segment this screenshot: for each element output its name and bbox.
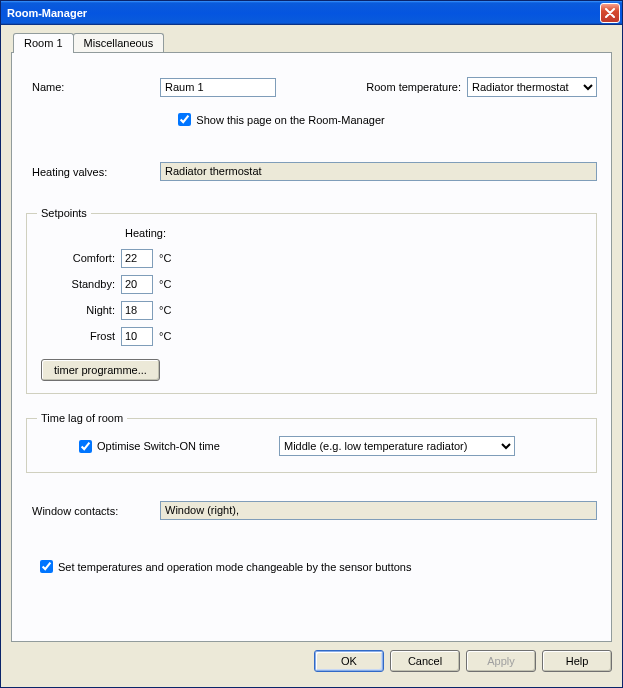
ok-button[interactable]: OK (314, 650, 384, 672)
show-page-checkbox[interactable]: Show this page on the Room-Manager (178, 113, 384, 126)
close-button[interactable] (600, 3, 620, 23)
setpoint-row-night: Night: °C (41, 297, 586, 323)
tab-panel-room1: Name: Room temperature: Radiator thermos… (11, 52, 612, 642)
window-title: Room-Manager (7, 7, 600, 19)
time-lag-legend: Time lag of room (37, 412, 127, 424)
tab-room1[interactable]: Room 1 (13, 33, 74, 53)
tab-label: Miscellaneous (84, 37, 154, 49)
window-contacts-label: Window contacts: (26, 505, 160, 517)
show-page-label: Show this page on the Room-Manager (196, 114, 384, 126)
name-label: Name: (26, 81, 160, 93)
name-input[interactable] (160, 78, 276, 97)
setpoint-row-frost: Frost °C (41, 323, 586, 349)
setpoint-frost-input[interactable] (121, 327, 153, 346)
sensor-buttons-input[interactable] (40, 560, 53, 573)
setpoint-label: Standby: (41, 278, 121, 290)
window-contacts-value: Window (right), (160, 501, 597, 520)
heating-valves-value: Radiator thermostat (160, 162, 597, 181)
setpoints-legend: Setpoints (37, 207, 91, 219)
tab-label: Room 1 (24, 37, 63, 49)
show-page-checkbox-input[interactable] (178, 113, 191, 126)
room-temperature-label: Room temperature: (366, 81, 461, 93)
dialog-button-bar: OK Cancel Apply Help (11, 642, 612, 672)
timer-programme-button[interactable]: timer programme... (41, 359, 160, 381)
optimise-switch-on-label: Optimise Switch-ON time (97, 440, 220, 452)
heating-valves-label: Heating valves: (26, 166, 160, 178)
room-temperature-select[interactable]: Radiator thermostat (467, 77, 597, 97)
tab-miscellaneous[interactable]: Miscellaneous (73, 33, 165, 52)
setpoint-label: Frost (41, 330, 121, 342)
setpoints-heating-header: Heating: (125, 227, 586, 239)
setpoint-unit: °C (159, 252, 171, 264)
help-button[interactable]: Help (542, 650, 612, 672)
setpoint-label: Night: (41, 304, 121, 316)
sensor-buttons-checkbox[interactable]: Set temperatures and operation mode chan… (40, 560, 411, 573)
setpoint-unit: °C (159, 304, 171, 316)
tabstrip: Room 1 Miscellaneous (13, 33, 612, 52)
time-lag-group: Time lag of room Optimise Switch-ON time… (26, 412, 597, 473)
optimise-switch-on-checkbox[interactable]: Optimise Switch-ON time (79, 440, 279, 453)
setpoint-label: Comfort: (41, 252, 121, 264)
setpoint-unit: °C (159, 330, 171, 342)
setpoint-night-input[interactable] (121, 301, 153, 320)
setpoint-row-standby: Standby: °C (41, 271, 586, 297)
setpoints-group: Setpoints Heating: Comfort: °C Standby: … (26, 207, 597, 394)
setpoint-standby-input[interactable] (121, 275, 153, 294)
cancel-button[interactable]: Cancel (390, 650, 460, 672)
titlebar[interactable]: Room-Manager (1, 1, 622, 25)
window-frame: Room-Manager Room 1 Miscellaneous Name: … (0, 0, 623, 688)
optimise-switch-on-input[interactable] (79, 440, 92, 453)
time-lag-select[interactable]: Middle (e.g. low temperature radiator) (279, 436, 515, 456)
setpoint-row-comfort: Comfort: °C (41, 245, 586, 271)
sensor-buttons-label: Set temperatures and operation mode chan… (58, 561, 411, 573)
close-icon (605, 8, 615, 18)
setpoint-comfort-input[interactable] (121, 249, 153, 268)
setpoint-unit: °C (159, 278, 171, 290)
apply-button[interactable]: Apply (466, 650, 536, 672)
client-area: Room 1 Miscellaneous Name: Room temperat… (1, 25, 622, 687)
